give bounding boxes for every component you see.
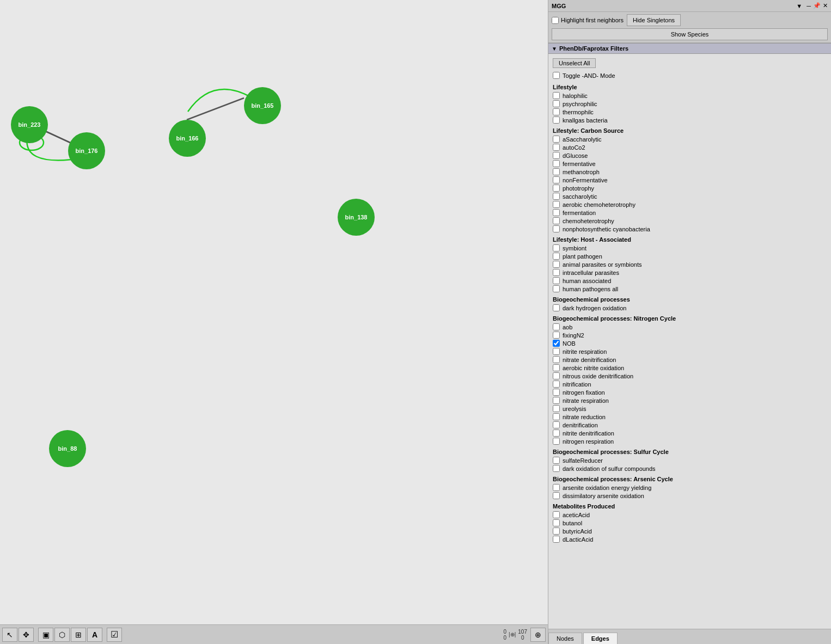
canvas-toolbar: ↖ ✥ ▣ ⬡ ⊞ A ☑ 0 0 |⊕| 107 0 ⊕ (0, 624, 548, 644)
filter-checkbox-psychrophilic[interactable] (553, 100, 560, 107)
node-bin166[interactable]: bin_166 (169, 120, 206, 157)
filter-item-dlacticacid: dLacticAcid (553, 535, 827, 543)
highlight-neighbors-checkbox[interactable]: Highlight first neighbors (552, 17, 624, 24)
category-label-biogeochem: Biogeochemical processes (553, 296, 827, 303)
filter-checkbox-butyricacid[interactable] (553, 528, 560, 535)
highlight-neighbors-input[interactable] (552, 17, 559, 24)
filter-checkbox-nitrogen-respiration[interactable] (553, 438, 560, 445)
filter-label-intracellular: intracellular parasites (563, 269, 619, 276)
text-button[interactable]: A (87, 628, 102, 642)
node-bin88[interactable]: bin_88 (49, 430, 86, 467)
filter-checkbox-methanotroph[interactable] (553, 168, 560, 175)
filter-item-symbiont: symbiont (553, 244, 827, 252)
layout-button[interactable]: ⊞ (71, 628, 86, 642)
filter-checkbox-fixingn2[interactable] (553, 332, 560, 339)
filter-checkbox-arsenite-oxidation[interactable] (553, 484, 560, 491)
select-box-button[interactable]: ▣ (38, 628, 53, 642)
filter-item-intracellular: intracellular parasites (553, 268, 827, 277)
tab-edges[interactable]: Edges (583, 633, 618, 644)
node-bin223[interactable]: bin_223 (11, 106, 48, 143)
filter-checkbox-dark-oxidation-sulfur[interactable] (553, 465, 560, 472)
filter-checkbox-thermophilc[interactable] (553, 108, 560, 115)
filter-item-nonphotosynthetic: nonphotosynthetic cyanobacteria (553, 225, 827, 233)
filter-checkbox-knallgas-bacteria[interactable] (553, 116, 560, 124)
filter-checkbox-animal-parasites[interactable] (553, 261, 560, 268)
filter-item-nitrite-denitrification: nitrite denitrification (553, 429, 827, 437)
filter-checkbox-saccharolytic[interactable] (553, 193, 560, 200)
node-bin176[interactable]: bin_176 (68, 132, 105, 169)
filter-checkbox-aob[interactable] (553, 323, 560, 330)
filter-item-dglucose: dGlucose (553, 151, 827, 160)
filter-label-sulfatereducer: sulfateReducer (563, 457, 603, 464)
filter-label-fermentative: fermentative (563, 161, 596, 167)
filter-checkbox-fermentative[interactable] (553, 160, 560, 167)
filter-checkbox-denitrification[interactable] (553, 421, 560, 428)
filter-label-arsenite-oxidation: arsenite oxidation energy yielding (563, 484, 651, 491)
filter-label-nonfermentative: nonFermentative (563, 177, 608, 183)
select-lasso-button[interactable]: ⬡ (54, 628, 70, 642)
filter-checkbox-dark-hydrogen[interactable] (553, 304, 560, 311)
filter-checkbox-aceticacid[interactable] (553, 511, 560, 518)
filter-label-symbiont: symbiont (563, 245, 586, 252)
filter-checkbox-dissimilatory-arsenite[interactable] (553, 492, 560, 499)
filter-checkbox-phototrophy[interactable] (553, 185, 560, 192)
toggle-and-checkbox[interactable] (553, 72, 560, 79)
panel-toolbar: Highlight first neighbors Hide Singleton… (548, 12, 831, 43)
title-close[interactable]: ✕ (823, 2, 828, 9)
filter-checkbox-plant-pathogen[interactable] (553, 253, 560, 260)
filter-item-aerobic-chemo: aerobic chemoheterotrophy (553, 200, 827, 208)
filter-checkbox-aerobic-nitrite[interactable] (553, 364, 560, 371)
filter-checkbox-dlacticacid[interactable] (553, 536, 560, 543)
filter-checkbox-nitrification[interactable] (553, 381, 560, 388)
checkbox-button[interactable]: ☑ (107, 628, 122, 642)
filter-checkbox-nonphotosynthetic[interactable] (553, 225, 560, 232)
filter-label-nitrite-denitrification: nitrite denitrification (563, 430, 614, 437)
filter-checkbox-nitrogen-fixation[interactable] (553, 389, 560, 396)
tab-nodes[interactable]: Nodes (548, 633, 582, 644)
network-canvas[interactable]: bin_223 bin_176 bin_165 bin_166 bin_138 … (0, 0, 548, 644)
filter-checkbox-symbiont[interactable] (553, 244, 560, 252)
filter-item-arsenite-oxidation: arsenite oxidation energy yielding (553, 483, 827, 492)
unselect-all-button[interactable]: Unselect All (553, 58, 596, 68)
fit-button[interactable]: ⊕ (530, 628, 546, 642)
filter-checkbox-autoco2[interactable] (553, 144, 560, 151)
title-dropdown[interactable]: ▼ (796, 3, 802, 9)
hide-singletons-button[interactable]: Hide Singletons (627, 14, 681, 26)
filter-content[interactable]: Unselect All Toggle -AND- Mode Lifestyle… (548, 54, 831, 629)
filter-label-dissimilatory-arsenite: dissimilatory arsenite oxidation (563, 493, 644, 499)
filter-checkbox-nitrite-respiration[interactable] (553, 348, 560, 355)
node-bin138[interactable]: bin_138 (338, 199, 375, 236)
filter-checkbox-human-associated[interactable] (553, 277, 560, 284)
filter-item-butanol: butanol (553, 519, 827, 527)
filter-checkbox-nob[interactable] (553, 340, 560, 347)
filter-checkbox-halophilic[interactable] (553, 92, 560, 99)
title-pin[interactable]: 📌 (813, 2, 821, 9)
filter-checkbox-ureolysis[interactable] (553, 405, 560, 412)
filter-checkbox-nitrous-oxide[interactable] (553, 372, 560, 379)
filter-section-header[interactable]: ▼ PhenDb/Faprotax Filters (548, 43, 831, 54)
filter-checkbox-nitrite-denitrification[interactable] (553, 430, 560, 437)
filter-checkbox-human-pathogens[interactable] (553, 285, 560, 292)
filter-checkbox-nitrate-denitrification[interactable] (553, 356, 560, 363)
filter-checkbox-chemoheterotrophy[interactable] (553, 217, 560, 224)
filter-item-nob: NOB (553, 339, 827, 347)
move-mode-button[interactable]: ✥ (19, 628, 34, 642)
filter-label-fermentation: fermentation (563, 210, 596, 216)
filter-checkbox-sulfatereducer[interactable] (553, 457, 560, 464)
show-species-button[interactable]: Show Species (552, 28, 828, 40)
filter-checkbox-nonfermentative[interactable] (553, 176, 560, 183)
node-bin165[interactable]: bin_165 (244, 87, 281, 124)
filter-label-halophilic: halophilic (563, 93, 588, 99)
filter-checkbox-fermentation[interactable] (553, 209, 560, 216)
filter-checkbox-asaccharolytic[interactable] (553, 136, 560, 143)
filter-item-nitrification: nitrification (553, 380, 827, 388)
filter-checkbox-dglucose[interactable] (553, 152, 560, 159)
filter-checkbox-nitrate-respiration[interactable] (553, 397, 560, 404)
filter-checkbox-butanol[interactable] (553, 519, 560, 526)
select-mode-button[interactable]: ↖ (2, 628, 17, 642)
title-minimize[interactable]: ─ (806, 3, 811, 9)
filter-item-chemoheterotrophy: chemoheterotrophy (553, 217, 827, 225)
filter-checkbox-intracellular[interactable] (553, 269, 560, 276)
filter-checkbox-nitrate-reduction[interactable] (553, 413, 560, 420)
filter-checkbox-aerobic-chemo[interactable] (553, 201, 560, 208)
